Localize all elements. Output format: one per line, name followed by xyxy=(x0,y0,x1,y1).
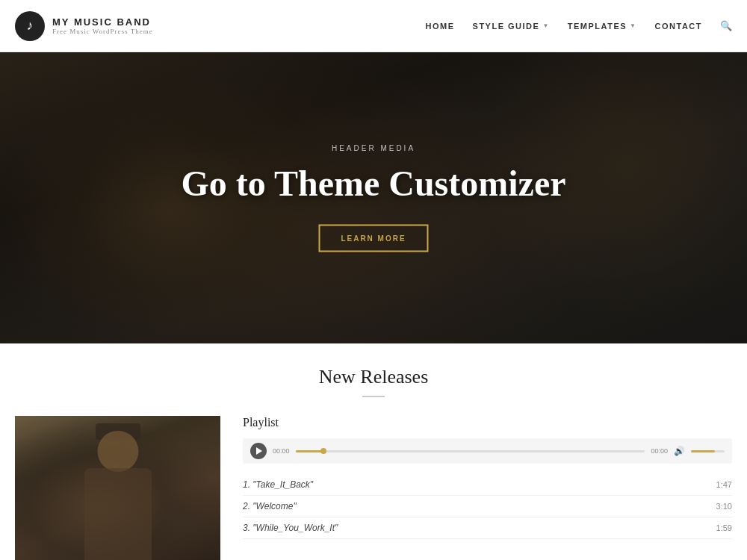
volume-fill xyxy=(691,450,715,452)
search-icon[interactable]: 🔍 xyxy=(720,20,732,32)
progress-fill xyxy=(296,450,323,452)
volume-icon[interactable]: 🔊 xyxy=(674,446,685,457)
chevron-down-icon: ▼ xyxy=(542,22,549,29)
track-name: 1. "Take_It_Back" xyxy=(243,479,313,490)
hero-title: Go to Theme Customizer xyxy=(181,163,565,204)
table-row[interactable]: 1. "Take_It_Back" 1:47 xyxy=(243,474,732,496)
track-duration: 1:47 xyxy=(716,480,732,489)
logo-icon: ♪ xyxy=(15,11,45,41)
volume-bar[interactable] xyxy=(691,450,725,452)
hero-label: HEADER MEDIA xyxy=(181,144,565,152)
play-button[interactable] xyxy=(250,443,267,459)
track-duration: 3:10 xyxy=(716,502,732,511)
section-title: New Releases xyxy=(15,366,732,388)
nav-item-templates[interactable]: TEMPLATES ▼ xyxy=(568,22,637,31)
hero-content: HEADER MEDIA Go to Theme Customizer LEAR… xyxy=(181,144,565,252)
releases-content: Playlist 00:00 00:00 🔊 1. "Take_It_Back" xyxy=(15,416,732,560)
site-subtitle: Free Music WordPress Theme xyxy=(52,28,153,35)
time-current: 00:00 xyxy=(273,447,290,455)
time-total: 00:00 xyxy=(651,447,668,455)
audio-player[interactable]: 00:00 00:00 🔊 xyxy=(243,438,732,464)
track-list: 1. "Take_It_Back" 1:47 2. "Welcome" 3:10… xyxy=(243,474,732,539)
nav-item-style-guide[interactable]: STYLE GUIDE ▼ xyxy=(473,22,550,31)
table-row[interactable]: 2. "Welcome" 3:10 xyxy=(243,496,732,517)
main-nav: HOME STYLE GUIDE ▼ TEMPLATES ▼ CONTACT 🔍 xyxy=(426,20,732,32)
title-divider xyxy=(362,396,385,397)
chevron-down-icon: ▼ xyxy=(630,22,636,29)
person-head xyxy=(97,431,138,472)
nav-item-contact[interactable]: CONTACT xyxy=(655,22,702,31)
person-body xyxy=(84,468,152,560)
progress-bar[interactable] xyxy=(296,450,645,452)
hero-section: HEADER MEDIA Go to Theme Customizer LEAR… xyxy=(0,52,747,343)
logo-text-block: MY MUSIC BAND Free Music WordPress Theme xyxy=(52,16,153,35)
learn-more-button[interactable]: LEARN MORE xyxy=(318,225,428,252)
table-row[interactable]: 3. "While_You_Work_It" 1:59 xyxy=(243,517,732,539)
track-duration: 1:59 xyxy=(716,523,732,532)
site-header: ♪ MY MUSIC BAND Free Music WordPress The… xyxy=(0,0,747,52)
playlist-title: Playlist xyxy=(243,416,732,429)
logo-area[interactable]: ♪ MY MUSIC BAND Free Music WordPress The… xyxy=(15,11,153,41)
album-image xyxy=(15,416,220,560)
progress-dot xyxy=(320,448,326,454)
playlist-area: Playlist 00:00 00:00 🔊 1. "Take_It_Back" xyxy=(243,416,732,539)
new-releases-section: New Releases Playlist 00:00 00:00 🔊 xyxy=(0,343,747,560)
nav-item-home[interactable]: HOME xyxy=(426,22,455,31)
track-name: 2. "Welcome" xyxy=(243,501,297,511)
track-name: 3. "While_You_Work_It" xyxy=(243,523,338,533)
music-note-icon: ♪ xyxy=(27,18,34,34)
site-title: MY MUSIC BAND xyxy=(52,16,153,28)
